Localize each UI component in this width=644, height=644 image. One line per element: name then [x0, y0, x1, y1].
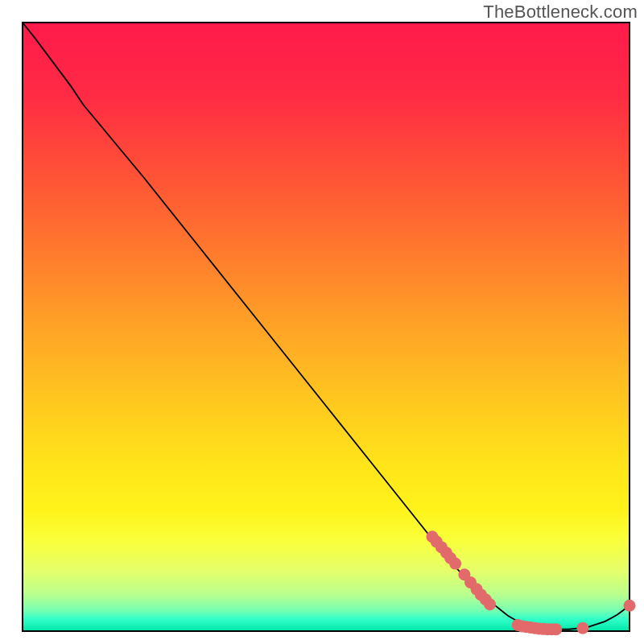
chart-container: TheBottleneck.com — [0, 0, 644, 644]
marker-point — [550, 623, 562, 635]
marker-point — [484, 598, 496, 610]
marker-point — [449, 558, 461, 570]
bottleneck-chart — [0, 0, 644, 644]
marker-point — [576, 622, 588, 634]
marker-point — [624, 600, 636, 612]
plot-background — [23, 23, 630, 631]
